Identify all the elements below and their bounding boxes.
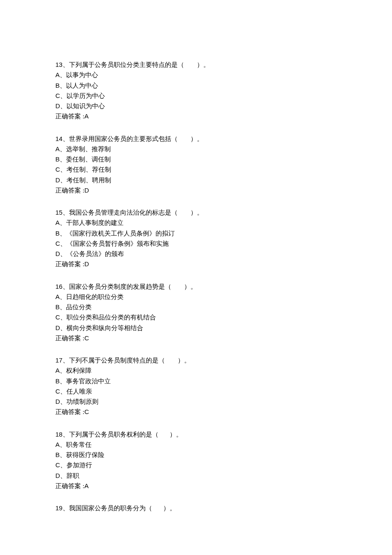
option-text: 、以事为中心 (60, 72, 98, 78)
answer-label: 正确答案 : (55, 408, 84, 415)
question-block: 17、下列不属于公务员制度特点的是（ ）。A、权利保障B、事务官政治中立C、任人… (55, 355, 337, 417)
question-text: 、世界录用国家公务员的主要形式包括 (63, 135, 171, 142)
option-text: 、任人唯亲 (60, 388, 92, 395)
option-label: B (55, 230, 60, 237)
option: B、品位分类 (55, 302, 337, 312)
answer-line: 正确答案 :A (55, 481, 337, 491)
option-label: D (55, 398, 60, 405)
option-label: C (55, 313, 60, 321)
answer-label: 正确答案 : (55, 113, 84, 120)
blank-paren: （ ）。 (165, 283, 197, 290)
question-stem: 16、国家公务员分类制度的发展趋势是（ ）。 (55, 282, 337, 292)
answer-value: A (84, 112, 89, 120)
answer-value: D (84, 260, 89, 267)
option-text: 、辞职 (60, 472, 79, 479)
option: A、权利保障 (55, 365, 337, 376)
option: D、《公务员法》的颁布 (55, 249, 337, 259)
option-label: B (55, 377, 60, 385)
question-block: 16、国家公务员分类制度的发展趋势是（ ）。A、日趋细化的职位分类B、品位分类C… (55, 282, 337, 344)
blank-paren: （ ）。 (146, 505, 176, 512)
option-text: 、获得医疗保险 (60, 451, 104, 458)
question-block: 15、我国公务员管理走向法治化的标志是（ ）。A、干部人事制度的建立B、《国家行… (55, 207, 337, 270)
option-label: C (55, 461, 60, 469)
option-text: 、横向分类和纵向分等相结合 (60, 325, 143, 331)
question-block: 18、下列属于公务员职务权利的是（ ）。A、职务常任B、获得医疗保险C、参加游行… (55, 429, 337, 492)
option: B、委任制、调任制 (55, 154, 337, 164)
option-text: 、《公务员法》的颁布 (60, 250, 124, 257)
option-text: 、事务官政治中立 (60, 378, 111, 385)
question-text: 、下列属于公务员职位分类主要特点的是 (63, 61, 178, 68)
option-label: D (55, 250, 60, 257)
blank-paren: （ ）。 (171, 209, 203, 216)
option-label: A (55, 293, 60, 300)
question-text: 、国家公务员分类制度的发展趋势是 (63, 283, 165, 290)
option-label: A (55, 219, 60, 226)
question-number: 14 (55, 135, 63, 142)
option: C、《国家公务员暂行条例》颁布和实施 (55, 239, 337, 249)
option-label: C (55, 388, 60, 395)
question-stem: 13、下列属于公务员职位分类主要特点的是（ ）。 (55, 60, 337, 70)
option-label: A (55, 71, 60, 78)
question-block: 14、世界录用国家公务员的主要形式包括（ ）。A、选举制、推荐制B、委任制、调任… (55, 134, 337, 196)
option: D、功绩制原则 (55, 397, 337, 407)
option: A、选举制、推荐制 (55, 144, 337, 154)
answer-line: 正确答案 :D (55, 259, 337, 269)
answer-value: D (84, 187, 89, 194)
option-text: 、日趋细化的职位分类 (60, 293, 124, 300)
question-stem: 15、我国公务员管理走向法治化的标志是（ ）。 (55, 207, 337, 218)
answer-line: 正确答案 :D (55, 185, 337, 196)
option-label: D (55, 102, 60, 109)
option: A、以事为中心 (55, 70, 337, 80)
option-text: 、权利保障 (60, 367, 92, 374)
option-label: B (55, 451, 60, 458)
option: B、事务官政治中立 (55, 376, 337, 386)
question-number: 15 (55, 209, 63, 216)
blank-paren: （ ）。 (178, 61, 210, 68)
option: B、获得医疗保险 (55, 450, 337, 460)
option-text: 、以人为中心 (60, 82, 98, 89)
question-block: 13、下列属于公务员职位分类主要特点的是（ ）。A、以事为中心B、以人为中心C、… (55, 60, 337, 122)
question-stem: 19、我国国家公务员的职务分为（ ）。 (55, 503, 337, 513)
answer-value: C (84, 334, 89, 342)
option: C、职位分类和品位分类的有机结合 (55, 312, 337, 322)
option-text: 、以知识为中心 (60, 103, 105, 109)
option-text: 、功绩制原则 (60, 398, 98, 405)
option-text: 、职位分类和品位分类的有机结合 (60, 314, 156, 321)
option: C、参加游行 (55, 460, 337, 470)
option: C、任人唯亲 (55, 386, 337, 397)
option: D、以知识为中心 (55, 101, 337, 111)
question-stem: 18、下列属于公务员职务权利的是（ ）。 (55, 429, 337, 440)
blank-paren: （ ）。 (159, 357, 190, 364)
question-stem: 17、下列不属于公务员制度特点的是（ ）。 (55, 355, 337, 365)
option: C、考任制、荐任制 (55, 164, 337, 175)
option: C、以学历为中心 (55, 91, 337, 101)
option-text: 、选举制、推荐制 (60, 146, 111, 152)
option-label: B (55, 82, 60, 89)
option-label: A (55, 441, 60, 448)
option-text: 、干部人事制度的建立 (60, 219, 124, 226)
option: B、《国家行政机关工作人员条例》的拟订 (55, 228, 337, 239)
option-label: D (55, 176, 60, 184)
question-text: 、我国国家公务员的职务分为 (63, 505, 146, 512)
answer-label: 正确答案 : (55, 335, 84, 342)
document-page: 13、下列属于公务员职位分类主要特点的是（ ）。A、以事为中心B、以人为中心C、… (0, 0, 392, 555)
answer-value: C (84, 408, 89, 415)
option-text: 、《国家公务员暂行条例》颁布和实施 (60, 240, 169, 247)
question-text: 、我国公务员管理走向法治化的标志是 (63, 209, 171, 216)
option: A、日趋细化的职位分类 (55, 292, 337, 302)
option-text: 、考任制、聘用制 (60, 177, 111, 184)
option-text: 、考任制、荐任制 (60, 166, 111, 173)
option-label: C (55, 240, 60, 247)
option-label: C (55, 166, 60, 173)
option-text: 、职务常任 (60, 441, 92, 448)
option: D、横向分类和纵向分等相结合 (55, 323, 337, 333)
question-number: 16 (55, 283, 63, 290)
option-text: 、委任制、调任制 (60, 156, 111, 163)
option-label: D (55, 324, 60, 331)
question-number: 13 (55, 61, 63, 68)
question-number: 17 (55, 357, 63, 364)
option: A、职务常任 (55, 440, 337, 450)
option-text: 、参加游行 (60, 462, 92, 469)
option: D、辞职 (55, 471, 337, 481)
question-block: 19、我国国家公务员的职务分为（ ）。 (55, 503, 337, 513)
